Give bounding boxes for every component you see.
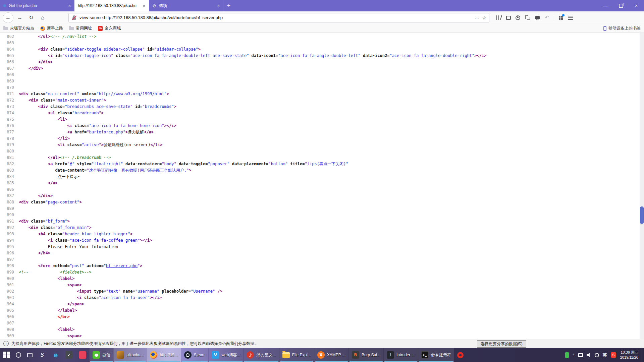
tray-display-icon[interactable] xyxy=(578,353,583,357)
tab-close-icon[interactable]: × xyxy=(217,3,220,8)
wechat-button[interactable]: 微信 xyxy=(89,348,113,362)
pikachu-icon xyxy=(117,351,124,359)
code-line: <div class="main-content-inner"> xyxy=(19,97,644,104)
line-number: 881 xyxy=(2,155,14,161)
undo-icon[interactable]: ↶ xyxy=(544,15,550,20)
code-line xyxy=(19,205,644,212)
home-button[interactable]: ⌂ xyxy=(38,13,48,23)
phone-icon xyxy=(603,26,606,31)
line-number: 878 xyxy=(2,135,14,142)
code-line xyxy=(19,72,644,78)
tab-options[interactable]: ⚙ 选项 × xyxy=(149,0,223,11)
line-number: 898 xyxy=(2,263,14,269)
check-app-button[interactable]: ✓ xyxy=(62,348,76,362)
source-line: 906 </br> xyxy=(2,314,644,320)
tray-phone-icon[interactable] xyxy=(565,352,569,358)
music-app-button[interactable]: ♪浦の星女... xyxy=(243,348,279,362)
window-controls: — × xyxy=(598,0,644,11)
sidebar-icon[interactable] xyxy=(505,15,511,20)
code-line: <span> xyxy=(19,333,644,339)
source-line: 903 <i class="ace-icon fa fa-user"></i> xyxy=(2,295,644,301)
steam-icon xyxy=(184,351,192,359)
library-icon[interactable] xyxy=(495,15,501,20)
bookmark-item[interactable]: 常用网址 xyxy=(69,25,92,31)
menu-icon[interactable] xyxy=(568,15,574,20)
web-blog-button[interactable]: Vweb博客... xyxy=(208,348,243,362)
tab-get-the-pikachu[interactable]: Get the pikachu × xyxy=(0,0,74,11)
bookmarks-bar: 火狐官方站点新手上路常用网址JD京东商城 移动设备上的书签 xyxy=(0,24,644,33)
tray-expand-icon[interactable]: ^ xyxy=(573,353,575,358)
notification-close-icon[interactable]: × xyxy=(518,341,520,346)
code-line: <div class="bf_form"> xyxy=(19,218,644,225)
tab-close-icon[interactable]: × xyxy=(143,3,145,8)
minimize-button[interactable]: — xyxy=(598,0,613,11)
bookmark-star-icon[interactable]: ☆ xyxy=(482,15,486,20)
toolbar-separator xyxy=(554,14,554,21)
insecure-lock-icon[interactable] xyxy=(71,15,77,20)
mobile-bookmarks-label: 移动设备上的书签 xyxy=(608,25,641,31)
reload-button[interactable]: ↻ xyxy=(26,13,36,23)
source-line: 868 xyxy=(2,72,644,78)
screenshot-icon[interactable] xyxy=(525,15,531,20)
address-bar[interactable]: view-source:http://192.168.50.180:88/pik… xyxy=(68,13,489,22)
code-line xyxy=(19,78,644,84)
source-line: 881 </ul><!-- /.breadcrumb --> xyxy=(2,155,644,161)
source-link[interactable]: bf_server.php xyxy=(106,263,138,268)
cmd-button[interactable]: >_命令提示符 xyxy=(418,348,454,362)
steam-button[interactable]: Steam xyxy=(181,348,209,362)
source-line: 876 <i class="ace-icon fa fa-home home-i… xyxy=(2,123,644,129)
code-line: 点一下提示~ xyxy=(19,174,644,180)
source-link[interactable]: # xyxy=(70,162,72,166)
line-number: 896 xyxy=(2,250,14,256)
close-button[interactable]: × xyxy=(629,0,644,11)
firefox-window-button[interactable]: http://19... xyxy=(147,348,180,362)
scrollbar[interactable] xyxy=(640,33,644,339)
red-ring-app-button[interactable] xyxy=(454,348,467,362)
source-line: 886 xyxy=(2,186,644,193)
restore-button[interactable] xyxy=(613,0,629,11)
tab-view-source[interactable]: http://192.168.50.180:88/pikachu × xyxy=(74,0,149,11)
intruder-button[interactable]: IIntruder ... xyxy=(383,348,418,362)
bookmark-item[interactable]: JD京东商城 xyxy=(98,25,121,31)
source-line: 866 </div> xyxy=(2,59,644,65)
code-line: </br> xyxy=(19,314,644,320)
tray-ime-icon[interactable]: 英 xyxy=(603,352,607,358)
chat-icon[interactable] xyxy=(534,15,540,20)
line-number: 886 xyxy=(2,186,14,193)
show-desktop-button[interactable] xyxy=(642,348,644,362)
source-line: 862 </ul><!-- /.nav-list --> xyxy=(2,34,644,40)
page-actions-icon[interactable]: ⋯ xyxy=(475,15,479,20)
back-button[interactable]: ← xyxy=(3,12,13,23)
account-icon[interactable] xyxy=(515,15,521,20)
bookmark-item[interactable]: 新手上路 xyxy=(40,25,63,31)
forward-button[interactable]: → xyxy=(15,13,25,23)
red-app-button[interactable] xyxy=(76,348,89,362)
file-explorer-button[interactable]: File Expl... xyxy=(279,348,314,362)
taskbar-clock[interactable]: 10:36 周三 2019/11/20 xyxy=(619,348,642,362)
cmd-icon: >_ xyxy=(421,351,429,359)
new-tab-button[interactable]: + xyxy=(223,0,234,11)
source-line: 907 xyxy=(2,320,644,326)
tray-sogou-icon[interactable]: S xyxy=(611,352,616,358)
task-view-button[interactable] xyxy=(24,348,36,362)
navigation-toolbar: ← → ↻ ⌂ view-source:http://192.168.50.18… xyxy=(0,11,644,24)
s-app-button[interactable]: S xyxy=(36,348,49,362)
code-line xyxy=(19,212,644,218)
pikachu-window-button[interactable]: pikachu... xyxy=(113,348,147,362)
edge-button[interactable]: e xyxy=(49,348,62,362)
tray-network-icon[interactable] xyxy=(595,353,599,357)
start-button[interactable] xyxy=(0,348,13,362)
mobile-bookmarks-button[interactable]: 移动设备上的书签 xyxy=(603,25,641,31)
whats-new-gift-icon[interactable] xyxy=(558,15,564,20)
jd-icon: JD xyxy=(98,26,103,31)
xampp-button[interactable]: XXAMPP ... xyxy=(314,348,348,362)
bookmark-item[interactable]: 火狐官方站点 xyxy=(3,25,34,31)
scrollbar-thumb[interactable] xyxy=(640,206,644,224)
url-input[interactable]: view-source:http://192.168.50.180:88/pik… xyxy=(79,15,472,20)
source-line: 908 <label> xyxy=(2,326,644,333)
tab-close-icon[interactable]: × xyxy=(68,3,71,8)
source-link[interactable]: burteforce.php xyxy=(89,130,123,134)
burp-suite-button[interactable]: BBurp Sui... xyxy=(348,348,383,362)
tray-volume-icon[interactable] xyxy=(587,353,591,357)
cortana-search-button[interactable] xyxy=(13,348,24,362)
